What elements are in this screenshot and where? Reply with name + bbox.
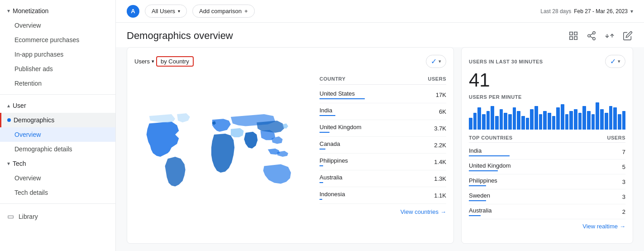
monetization-label: Monetization	[13, 7, 48, 14]
all-users-button[interactable]: All Users ▾	[145, 5, 187, 18]
country-users: 1.3K	[434, 175, 446, 182]
svg-rect-2	[570, 37, 572, 39]
tc-name: Sweden	[469, 192, 490, 199]
sidebar-item-retention[interactable]: Retention	[0, 76, 115, 91]
topbar-left: A All Users ▾ Add comparison +	[127, 5, 255, 18]
table-row[interactable]: Philippines 1.4K	[320, 154, 446, 170]
realtime-check-button[interactable]: ✓ ▾	[605, 55, 625, 68]
chart-bar	[513, 107, 516, 130]
map-controls: Users ▾ by Country	[134, 56, 194, 67]
chart-bar	[539, 114, 543, 130]
sidebar-item-overview[interactable]: Overview	[0, 18, 115, 33]
chart-bar	[469, 118, 472, 130]
by-country-button[interactable]: by Country	[156, 56, 194, 67]
svg-rect-1	[574, 32, 577, 35]
chevron-down-icon-tech: ▾	[7, 160, 10, 167]
sidebar-tech-header[interactable]: ▾ Tech	[0, 156, 115, 171]
table-row[interactable]: Indonesia 1.1K	[320, 187, 446, 204]
country-name: United Kingdom	[320, 124, 362, 130]
table-row[interactable]: United Kingdom 3.7K	[320, 120, 446, 137]
table-row[interactable]: United States 17K	[320, 87, 446, 103]
country-users: 1.1K	[434, 192, 446, 199]
view-countries-link[interactable]: View countries →	[320, 204, 446, 215]
tech-label: Tech	[13, 160, 26, 167]
date-range: Feb 27 - Mar 26, 2023	[574, 8, 628, 14]
sidebar-item-demographic-details[interactable]: Demographic details	[0, 142, 115, 156]
share-icon[interactable]	[586, 30, 597, 41]
chart-bar	[530, 109, 534, 130]
edit-icon[interactable]	[622, 30, 633, 41]
chart-bar	[473, 113, 477, 130]
user-label: User	[13, 102, 26, 109]
sidebar-item-library[interactable]: ▭ Library	[0, 208, 115, 225]
sidebar-item-demographics[interactable]: Demographics	[0, 113, 115, 127]
country-col-header: COUNTRY	[320, 76, 345, 82]
sidebar-monetization-header[interactable]: ▾ Monetization	[0, 4, 115, 18]
tc-row[interactable]: Australia 2	[469, 204, 625, 219]
chart-bar	[618, 114, 621, 130]
tc-count: 3	[622, 193, 625, 200]
chart-bar	[500, 109, 503, 130]
sidebar-item-tech-overview[interactable]: Overview	[0, 171, 115, 185]
country-users: 2.2K	[434, 142, 446, 149]
svg-line-8	[590, 34, 593, 35]
chart-icon[interactable]	[568, 30, 579, 41]
sidebar-user-header[interactable]: ▴ User	[0, 98, 115, 113]
sidebar-item-publisher[interactable]: Publisher ads	[0, 62, 115, 76]
users-dropdown-button[interactable]: Users ▾	[134, 58, 154, 65]
realtime-count: 41	[469, 70, 625, 91]
chart-bar	[534, 106, 538, 130]
table-row[interactable]: Canada 2.2K	[320, 137, 446, 154]
tc-row[interactable]: United Kingdom 5	[469, 159, 625, 174]
page-title: Demographics overview	[127, 30, 233, 42]
chevron-up-icon: ▴	[7, 102, 10, 109]
tc-row[interactable]: India 7	[469, 145, 625, 159]
chart-bar	[613, 107, 617, 130]
table-row[interactable]: India 6K	[320, 103, 446, 120]
view-realtime-link[interactable]: View realtime →	[469, 219, 625, 230]
arrow-right-realtime-icon: →	[620, 223, 625, 230]
date-dropdown-icon[interactable]: ▾	[630, 8, 633, 14]
tc-count: 7	[622, 149, 625, 155]
country-name: Canada	[320, 140, 340, 147]
country-bar	[320, 165, 323, 166]
users-col-header: USERS	[428, 76, 446, 82]
compare-icon[interactable]	[604, 30, 615, 41]
check-circle-icon: ✓	[431, 57, 437, 66]
country-name: Australia	[320, 174, 343, 181]
upm-label: USERS PER MINUTE	[469, 94, 625, 100]
library-label: Library	[19, 213, 38, 220]
period-label: Last 28 days	[540, 8, 571, 14]
chart-bar	[600, 109, 604, 130]
chart-bar	[561, 104, 564, 130]
sidebar-divider	[0, 94, 115, 95]
map-card: Users ▾ by Country ✓ ▾	[127, 47, 454, 244]
chart-bar	[521, 116, 525, 130]
chart-bar	[482, 114, 486, 130]
map-check-button[interactable]: ✓ ▾	[426, 55, 446, 68]
bullet-icon	[7, 118, 11, 122]
table-row[interactable]: Australia 1.3K	[320, 170, 446, 187]
country-bar	[320, 182, 323, 183]
user-badge: A	[127, 5, 139, 18]
add-comparison-button[interactable]: Add comparison +	[192, 5, 255, 18]
sidebar-item-demographics-overview[interactable]: Overview	[0, 127, 115, 142]
tc-count: 2	[622, 208, 625, 215]
tc-row[interactable]: Sweden 3	[469, 189, 625, 204]
svg-point-5	[588, 34, 591, 37]
tc-row[interactable]: Philippines 3	[469, 174, 625, 189]
tc-bar	[469, 200, 486, 201]
library-icon: ▭	[7, 212, 14, 221]
realtime-label: USERS IN LAST 30 MINUTES	[469, 59, 543, 64]
chart-bar	[491, 106, 494, 130]
chart-bar	[495, 116, 499, 130]
demographics-label: Demographics	[14, 116, 54, 124]
tc-count: 3	[622, 179, 625, 185]
sidebar-item-ecommerce[interactable]: Ecommerce purchases	[0, 33, 115, 47]
realtime-header: USERS IN LAST 30 MINUTES ✓ ▾	[469, 55, 625, 68]
country-bar	[320, 149, 325, 150]
sidebar-item-inapp[interactable]: In-app purchases	[0, 47, 115, 62]
country-rows: United States 17K India 6K United Kingdo…	[320, 87, 446, 204]
sidebar-item-tech-details[interactable]: Tech details	[0, 185, 115, 200]
main-content: A All Users ▾ Add comparison + Last 28 d…	[116, 0, 644, 251]
